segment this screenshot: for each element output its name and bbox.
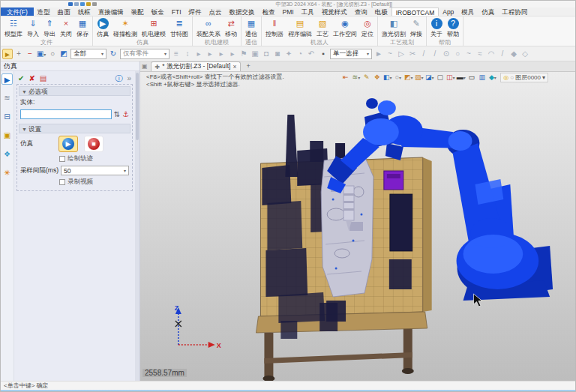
menu-tab[interactable]: IROBOTCAM: [392, 7, 439, 16]
redo-icon[interactable]: [92, 2, 97, 6]
menu-tab[interactable]: 数据交换: [226, 7, 259, 16]
menu-tab[interactable]: 造型: [34, 7, 54, 16]
refresh-filter-icon[interactable]: ↻: [108, 49, 118, 59]
pick-square-icon[interactable]: ▪: [318, 49, 328, 59]
menu-tab[interactable]: FTI: [168, 7, 185, 16]
ribbon-button[interactable]: ✶ 碰撞检测: [111, 17, 140, 39]
panel-scrollbar[interactable]: [135, 71, 140, 381]
star-filter-icon[interactable]: ✦: [284, 49, 294, 59]
expand-panel-icon[interactable]: »: [127, 74, 131, 83]
menu-tab[interactable]: 点云: [206, 7, 226, 16]
folder-filter-icon[interactable]: ▣: [250, 49, 260, 59]
ribbon-button[interactable]: ▶ 仿真: [94, 17, 111, 39]
section-required[interactable]: ▼必选项: [19, 86, 130, 96]
arc-tool-icon[interactable]: ◠: [486, 49, 496, 59]
trim-pick-icon[interactable]: ✂: [407, 49, 418, 59]
part-filter-field[interactable]: 仅有零件▾: [120, 49, 170, 59]
menu-tab[interactable]: 电极: [371, 7, 392, 16]
chain-pick-icon[interactable]: ~: [385, 49, 395, 59]
ribbon-button[interactable]: ▧ 工艺: [314, 17, 331, 39]
menu-tab[interactable]: 焊件: [185, 7, 206, 16]
ribbon-button[interactable]: ▦ 通信: [243, 17, 260, 39]
cancel-button[interactable]: ✘: [28, 74, 34, 83]
menu-tab[interactable]: 钣金: [148, 7, 168, 16]
undo-filter-icon[interactable]: ↶: [306, 49, 316, 59]
circle-tool-icon[interactable]: ○: [452, 49, 463, 59]
edit-list-button[interactable]: ▤: [40, 74, 46, 83]
face-pick-icon[interactable]: ◆: [508, 49, 519, 59]
cyan-solid-icon[interactable]: ◆▾: [488, 73, 497, 82]
pin-4-icon[interactable]: ▸: [227, 49, 238, 59]
layer-filter-icon[interactable]: ◘: [261, 49, 272, 59]
history-manager[interactable]: ≋: [2, 92, 13, 103]
zoom-window-icon[interactable]: ▢: [435, 73, 445, 82]
play-button[interactable]: ▶: [58, 136, 78, 152]
pin-2-icon[interactable]: ▸: [205, 49, 215, 59]
menu-tab[interactable]: 装配: [128, 7, 148, 16]
ribbon-button[interactable]: ▤ 程序编辑: [286, 17, 314, 39]
interval-select[interactable]: 50▾: [61, 166, 129, 175]
segment-tool-icon[interactable]: /: [497, 49, 508, 59]
circle-pick-icon[interactable]: ○: [47, 49, 58, 59]
pick-mode-select[interactable]: 单一选择▾: [330, 49, 372, 59]
library-manager[interactable]: ▣: [2, 130, 13, 141]
remove-pick-icon[interactable]: −: [25, 49, 35, 59]
menu-tab[interactable]: 线框: [74, 7, 94, 16]
vision-manager[interactable]: ❖: [2, 148, 13, 160]
anchor-icon[interactable]: ⚓: [122, 110, 129, 119]
menu-tab[interactable]: 文件(F): [1, 7, 34, 16]
section-view-icon[interactable]: ◪▾: [424, 73, 434, 82]
history-filter-icon[interactable]: ◔: [295, 49, 305, 59]
ribbon-button[interactable]: ◎ 定位: [359, 17, 376, 39]
entity-input[interactable]: [20, 109, 112, 119]
ribbon-button[interactable]: ✎ 焊接: [408, 17, 424, 39]
exit-view-icon[interactable]: ⇤: [340, 73, 350, 82]
menu-tab[interactable]: 查询: [351, 7, 371, 16]
scene-canvas[interactable]: Z X: [140, 72, 575, 381]
ribbon-button[interactable]: ⇓ 导入: [25, 17, 41, 39]
menu-tab[interactable]: App: [439, 7, 458, 16]
wireframe-view-icon[interactable]: ○▾: [393, 73, 403, 82]
simulate-command[interactable]: ▶: [2, 73, 13, 85]
scene-3d[interactable]: Z X <F8>或者<Shift+roll> 查找下一个有效的过滤器设置. <S…: [140, 72, 575, 381]
play-pick-icon[interactable]: ▷: [396, 49, 406, 59]
shaded-view-icon[interactable]: ◧▾: [382, 73, 392, 82]
swap-filter-icon[interactable]: ↕: [182, 49, 193, 59]
face2-pick-icon[interactable]: ◇: [520, 49, 530, 59]
ribbon-button[interactable]: ☷ 模型库: [2, 17, 25, 39]
tab-close-icon[interactable]: ×: [232, 63, 236, 70]
layout-split-icon[interactable]: ◫▾: [446, 73, 455, 82]
robot-manager[interactable]: ✳: [2, 167, 13, 178]
pick-list-icon[interactable]: ⇅: [114, 110, 120, 119]
menu-tab[interactable]: 检查: [259, 7, 279, 16]
section-settings[interactable]: ▼设置: [19, 124, 130, 133]
lasso-pick-icon[interactable]: ◩: [58, 49, 69, 59]
point-circle-icon[interactable]: ⊙: [441, 49, 452, 59]
ok-button[interactable]: ✔: [18, 74, 24, 83]
state-filter-icon[interactable]: ◙: [272, 49, 283, 59]
menu-tab[interactable]: PMI: [279, 7, 298, 16]
layer-select[interactable]: ◎ ○ 图层0000 ▾: [500, 73, 548, 82]
menu-tab[interactable]: 工程协同: [498, 7, 531, 16]
display-style-icon[interactable]: ≋▾: [351, 73, 361, 82]
pin-3-icon[interactable]: ▸: [216, 49, 226, 59]
new-tab-button[interactable]: +: [244, 61, 252, 71]
ribbon-button[interactable]: ⇑ 导出: [41, 17, 58, 39]
pin-1-icon[interactable]: ▸: [194, 49, 204, 59]
undo-icon[interactable]: [86, 2, 91, 6]
curve-tool-icon[interactable]: ~: [464, 49, 474, 59]
appearance-icon[interactable]: ❖: [372, 73, 382, 82]
ribbon-button[interactable]: ≣ 甘特图: [168, 17, 190, 39]
entity-filter-select[interactable]: 全部▾: [70, 49, 106, 59]
ribbon-button[interactable]: ◧ 激光切割: [380, 17, 408, 39]
columns-icon[interactable]: ▥: [477, 73, 487, 82]
menu-tab[interactable]: 工具: [298, 7, 318, 16]
annotate-pencil-icon[interactable]: ✎: [362, 73, 371, 82]
ribbon-button[interactable]: ? 帮助: [445, 17, 461, 39]
window-restore-icon[interactable]: ▣: [142, 61, 148, 71]
align-filter-icon[interactable]: ≡: [171, 49, 182, 59]
ribbon-button[interactable]: i 关于: [428, 17, 445, 39]
ribbon-button[interactable]: ▦ 保存: [74, 17, 91, 39]
ribbon-button[interactable]: ‖ 控制器: [263, 17, 286, 39]
ribbon-button[interactable]: ⊞ 机电建模: [140, 17, 168, 39]
